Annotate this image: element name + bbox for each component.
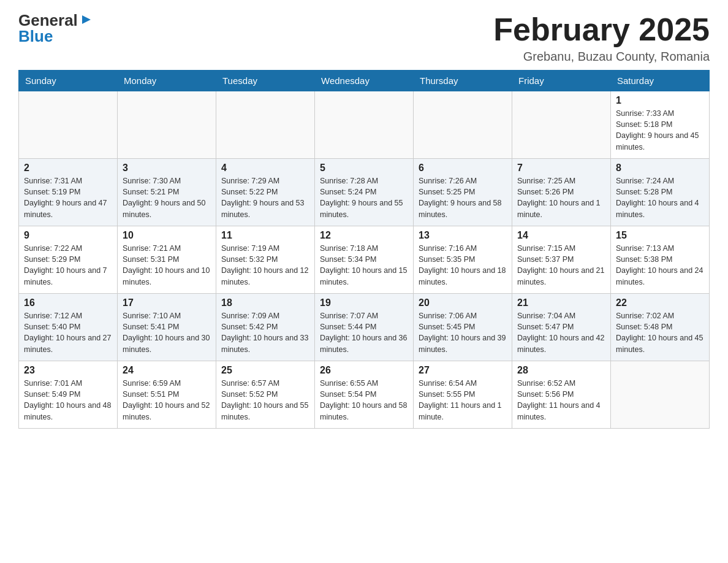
day-number: 5 xyxy=(320,163,408,174)
day-number: 20 xyxy=(419,297,507,308)
day-info: Sunrise: 6:52 AMSunset: 5:56 PMDaylight:… xyxy=(517,378,605,423)
day-number: 7 xyxy=(517,163,605,174)
subtitle: Grebanu, Buzau County, Romania xyxy=(493,50,710,64)
calendar-table: SundayMondayTuesdayWednesdayThursdayFrid… xyxy=(18,70,710,429)
calendar-cell: 17Sunrise: 7:10 AMSunset: 5:41 PMDayligh… xyxy=(118,294,216,361)
day-info: Sunrise: 6:57 AMSunset: 5:52 PMDaylight:… xyxy=(221,378,309,423)
calendar-week-row: 9Sunrise: 7:22 AMSunset: 5:29 PMDaylight… xyxy=(19,226,710,294)
calendar-cell: 15Sunrise: 7:13 AMSunset: 5:38 PMDayligh… xyxy=(611,226,710,294)
calendar-cell: 19Sunrise: 7:07 AMSunset: 5:44 PMDayligh… xyxy=(315,294,414,361)
day-number: 18 xyxy=(221,297,309,308)
page-header: General Blue February 2025 Grebanu, Buza… xyxy=(18,12,710,64)
calendar-cell xyxy=(315,91,414,159)
calendar-cell: 7Sunrise: 7:25 AMSunset: 5:26 PMDaylight… xyxy=(512,159,611,226)
day-info: Sunrise: 7:02 AMSunset: 5:48 PMDaylight:… xyxy=(616,310,704,355)
svg-marker-0 xyxy=(82,15,91,24)
calendar-cell: 13Sunrise: 7:16 AMSunset: 5:35 PMDayligh… xyxy=(414,226,512,294)
day-info: Sunrise: 7:21 AMSunset: 5:31 PMDaylight:… xyxy=(123,243,211,288)
day-number: 26 xyxy=(320,365,408,376)
day-number: 6 xyxy=(419,163,507,174)
day-number: 23 xyxy=(24,365,112,376)
calendar-week-row: 23Sunrise: 7:01 AMSunset: 5:49 PMDayligh… xyxy=(19,361,710,429)
calendar-cell: 2Sunrise: 7:31 AMSunset: 5:19 PMDaylight… xyxy=(19,159,118,226)
calendar-cell: 10Sunrise: 7:21 AMSunset: 5:31 PMDayligh… xyxy=(118,226,216,294)
calendar-week-row: 2Sunrise: 7:31 AMSunset: 5:19 PMDaylight… xyxy=(19,159,710,226)
day-info: Sunrise: 7:06 AMSunset: 5:45 PMDaylight:… xyxy=(419,310,507,355)
calendar-header-friday: Friday xyxy=(512,71,611,91)
calendar-header-wednesday: Wednesday xyxy=(315,71,414,91)
day-info: Sunrise: 7:13 AMSunset: 5:38 PMDaylight:… xyxy=(616,243,704,288)
calendar-cell xyxy=(414,91,512,159)
day-info: Sunrise: 7:04 AMSunset: 5:47 PMDaylight:… xyxy=(517,310,605,355)
calendar-header-saturday: Saturday xyxy=(611,71,710,91)
day-number: 9 xyxy=(24,230,112,241)
day-info: Sunrise: 7:29 AMSunset: 5:22 PMDaylight:… xyxy=(221,175,309,220)
day-number: 1 xyxy=(616,95,704,106)
calendar-cell: 11Sunrise: 7:19 AMSunset: 5:32 PMDayligh… xyxy=(216,226,315,294)
day-info: Sunrise: 7:33 AMSunset: 5:18 PMDaylight:… xyxy=(616,108,704,153)
calendar-cell: 22Sunrise: 7:02 AMSunset: 5:48 PMDayligh… xyxy=(611,294,710,361)
calendar-cell: 8Sunrise: 7:24 AMSunset: 5:28 PMDaylight… xyxy=(611,159,710,226)
day-number: 2 xyxy=(24,163,112,174)
day-info: Sunrise: 7:25 AMSunset: 5:26 PMDaylight:… xyxy=(517,175,605,220)
calendar-cell xyxy=(611,361,710,429)
calendar-cell: 14Sunrise: 7:15 AMSunset: 5:37 PMDayligh… xyxy=(512,226,611,294)
day-info: Sunrise: 7:24 AMSunset: 5:28 PMDaylight:… xyxy=(616,175,704,220)
calendar-cell: 18Sunrise: 7:09 AMSunset: 5:42 PMDayligh… xyxy=(216,294,315,361)
day-number: 27 xyxy=(419,365,507,376)
calendar-cell: 26Sunrise: 6:55 AMSunset: 5:54 PMDayligh… xyxy=(315,361,414,429)
day-number: 24 xyxy=(123,365,211,376)
day-info: Sunrise: 7:16 AMSunset: 5:35 PMDaylight:… xyxy=(419,243,507,288)
calendar-week-row: 16Sunrise: 7:12 AMSunset: 5:40 PMDayligh… xyxy=(19,294,710,361)
day-number: 28 xyxy=(517,365,605,376)
calendar-cell xyxy=(118,91,216,159)
day-number: 4 xyxy=(221,163,309,174)
day-number: 14 xyxy=(517,230,605,241)
day-number: 11 xyxy=(221,230,309,241)
calendar-cell xyxy=(19,91,118,159)
calendar-cell xyxy=(512,91,611,159)
calendar-cell: 24Sunrise: 6:59 AMSunset: 5:51 PMDayligh… xyxy=(118,361,216,429)
day-info: Sunrise: 7:18 AMSunset: 5:34 PMDaylight:… xyxy=(320,243,408,288)
calendar-cell: 12Sunrise: 7:18 AMSunset: 5:34 PMDayligh… xyxy=(315,226,414,294)
calendar-cell: 27Sunrise: 6:54 AMSunset: 5:55 PMDayligh… xyxy=(414,361,512,429)
day-number: 17 xyxy=(123,297,211,308)
calendar-cell: 3Sunrise: 7:30 AMSunset: 5:21 PMDaylight… xyxy=(118,159,216,226)
logo: General Blue xyxy=(18,12,93,44)
logo-general-text: General xyxy=(18,12,78,28)
day-info: Sunrise: 7:09 AMSunset: 5:42 PMDaylight:… xyxy=(221,310,309,355)
calendar-header-sunday: Sunday xyxy=(19,71,118,91)
day-number: 10 xyxy=(123,230,211,241)
day-number: 16 xyxy=(24,297,112,308)
day-number: 3 xyxy=(123,163,211,174)
day-info: Sunrise: 6:59 AMSunset: 5:51 PMDaylight:… xyxy=(123,378,211,423)
main-title: February 2025 xyxy=(493,12,710,47)
calendar-cell: 20Sunrise: 7:06 AMSunset: 5:45 PMDayligh… xyxy=(414,294,512,361)
day-number: 12 xyxy=(320,230,408,241)
calendar-cell xyxy=(216,91,315,159)
calendar-header-row: SundayMondayTuesdayWednesdayThursdayFrid… xyxy=(19,71,710,91)
day-number: 19 xyxy=(320,297,408,308)
logo-triangle-icon xyxy=(80,13,93,26)
day-info: Sunrise: 7:26 AMSunset: 5:25 PMDaylight:… xyxy=(419,175,507,220)
day-info: Sunrise: 6:55 AMSunset: 5:54 PMDaylight:… xyxy=(320,378,408,423)
day-info: Sunrise: 7:15 AMSunset: 5:37 PMDaylight:… xyxy=(517,243,605,288)
calendar-cell: 25Sunrise: 6:57 AMSunset: 5:52 PMDayligh… xyxy=(216,361,315,429)
calendar-cell: 23Sunrise: 7:01 AMSunset: 5:49 PMDayligh… xyxy=(19,361,118,429)
calendar-cell: 5Sunrise: 7:28 AMSunset: 5:24 PMDaylight… xyxy=(315,159,414,226)
day-info: Sunrise: 7:22 AMSunset: 5:29 PMDaylight:… xyxy=(24,243,112,288)
calendar-cell: 28Sunrise: 6:52 AMSunset: 5:56 PMDayligh… xyxy=(512,361,611,429)
calendar-header-monday: Monday xyxy=(118,71,216,91)
day-info: Sunrise: 7:19 AMSunset: 5:32 PMDaylight:… xyxy=(221,243,309,288)
day-number: 22 xyxy=(616,297,704,308)
calendar-cell: 4Sunrise: 7:29 AMSunset: 5:22 PMDaylight… xyxy=(216,159,315,226)
day-info: Sunrise: 6:54 AMSunset: 5:55 PMDaylight:… xyxy=(419,378,507,423)
calendar-header-thursday: Thursday xyxy=(414,71,512,91)
calendar-header-tuesday: Tuesday xyxy=(216,71,315,91)
day-info: Sunrise: 7:12 AMSunset: 5:40 PMDaylight:… xyxy=(24,310,112,355)
day-info: Sunrise: 7:01 AMSunset: 5:49 PMDaylight:… xyxy=(24,378,112,423)
calendar-cell: 16Sunrise: 7:12 AMSunset: 5:40 PMDayligh… xyxy=(19,294,118,361)
calendar-week-row: 1Sunrise: 7:33 AMSunset: 5:18 PMDaylight… xyxy=(19,91,710,159)
day-number: 8 xyxy=(616,163,704,174)
day-info: Sunrise: 7:28 AMSunset: 5:24 PMDaylight:… xyxy=(320,175,408,220)
